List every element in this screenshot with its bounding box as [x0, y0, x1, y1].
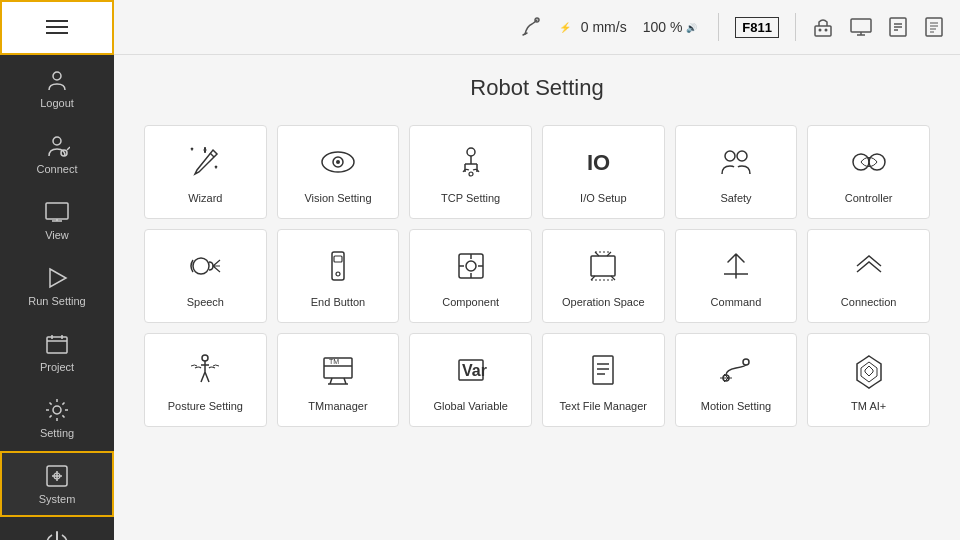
percent-display: 100 % 🔊 — [643, 19, 703, 35]
operation-space-item[interactable]: Operation Space — [542, 229, 665, 323]
svg-point-34 — [466, 261, 476, 271]
sidebar: Logout Connect View — [0, 55, 114, 540]
sidebar-label-system: System — [39, 493, 76, 505]
component-label: Component — [442, 296, 499, 308]
svg-text:TM: TM — [329, 358, 339, 365]
sidebar-item-system[interactable]: System — [0, 451, 114, 517]
svg-point-25 — [725, 151, 735, 161]
sidebar-item-run-setting[interactable]: Run Setting — [0, 253, 114, 319]
tcp-label: TCP Setting — [441, 192, 500, 204]
project-icon — [44, 331, 70, 357]
logout-icon — [44, 67, 70, 93]
sidebar-item-project[interactable]: Project — [0, 319, 114, 385]
topbar: ⚡ 0 mm/s 100 % 🔊 F811 — [0, 0, 960, 55]
sidebar-item-view[interactable]: View — [0, 187, 114, 253]
svg-marker-45 — [861, 362, 877, 382]
svg-point-43 — [743, 359, 749, 365]
safety-icon — [714, 140, 758, 184]
run-setting-icon — [44, 265, 70, 291]
wizard-icon — [183, 140, 227, 184]
sidebar-item-setting[interactable]: Setting — [0, 385, 114, 451]
main-content: Robot Setting Wizard — [114, 55, 960, 540]
svg-point-26 — [737, 151, 747, 161]
operation-space-label: Operation Space — [562, 296, 645, 308]
layout: Logout Connect View — [0, 55, 960, 540]
system-icon — [44, 463, 70, 489]
safety-label: Safety — [720, 192, 751, 204]
robot-arm-icon — [521, 16, 543, 38]
connection-icon — [847, 244, 891, 288]
io-label: I/O Setup — [580, 192, 626, 204]
toolbar-robot-icon[interactable] — [812, 16, 834, 38]
toolbar-monitor-icon[interactable] — [850, 18, 872, 36]
controller-icon — [847, 140, 891, 184]
svg-point-29 — [193, 258, 209, 274]
svg-point-36 — [202, 355, 208, 361]
tmmanager-item[interactable]: TM TMmanager — [277, 333, 400, 427]
command-label: Command — [711, 296, 762, 308]
wizard-label: Wizard — [188, 192, 222, 204]
divider2 — [795, 13, 796, 41]
vision-icon — [316, 140, 360, 184]
end-button-item[interactable]: End Button — [277, 229, 400, 323]
text-file-icon — [581, 348, 625, 392]
svg-rect-14 — [47, 337, 67, 353]
svg-rect-6 — [851, 19, 871, 32]
io-icon: IO — [581, 140, 625, 184]
component-item[interactable]: Component — [409, 229, 532, 323]
divider — [718, 13, 719, 41]
sidebar-item-shutdown[interactable]: Shutdown — [0, 517, 114, 540]
svg-point-9 — [53, 72, 61, 80]
settings-grid: Wizard Vision Setting — [144, 125, 930, 427]
svg-point-5 — [825, 29, 828, 32]
controller-item[interactable]: Controller — [807, 125, 930, 219]
svg-point-32 — [336, 272, 340, 276]
posture-label: Posture Setting — [168, 400, 243, 412]
menu-button[interactable] — [0, 0, 114, 55]
toolbar-doc-icon[interactable] — [924, 17, 944, 37]
tcp-setting-item[interactable]: TCP Setting — [409, 125, 532, 219]
page-title: Robot Setting — [144, 75, 930, 101]
tmai-icon — [847, 348, 891, 392]
wizard-item[interactable]: Wizard — [144, 125, 267, 219]
svg-point-10 — [53, 137, 61, 145]
shutdown-icon — [44, 529, 70, 540]
command-item[interactable]: Command — [675, 229, 798, 323]
sidebar-label-run-setting: Run Setting — [28, 295, 85, 307]
speech-item[interactable]: Speech — [144, 229, 267, 323]
sidebar-label-project: Project — [40, 361, 74, 373]
svg-point-23 — [469, 172, 473, 176]
speech-label: Speech — [187, 296, 224, 308]
badge-display: F811 — [735, 17, 779, 38]
posture-setting-item[interactable]: Posture Setting — [144, 333, 267, 427]
safety-item[interactable]: Safety — [675, 125, 798, 219]
text-file-manager-item[interactable]: Text File Manager — [542, 333, 665, 427]
text-file-label: Text File Manager — [560, 400, 647, 412]
sidebar-label-view: View — [45, 229, 69, 241]
io-setup-item[interactable]: IO I/O Setup — [542, 125, 665, 219]
connection-item[interactable]: Connection — [807, 229, 930, 323]
tmmanager-label: TMmanager — [308, 400, 367, 412]
speech-icon — [183, 244, 227, 288]
svg-text:🔊: 🔊 — [686, 22, 698, 34]
command-icon — [714, 244, 758, 288]
motion-setting-item[interactable]: Motion Setting — [675, 333, 798, 427]
global-variable-item[interactable]: Var Global Variable — [409, 333, 532, 427]
vision-setting-item[interactable]: Vision Setting — [277, 125, 400, 219]
controller-label: Controller — [845, 192, 893, 204]
speed-display: ⚡ 0 mm/s — [559, 19, 627, 35]
svg-rect-35 — [591, 256, 615, 276]
svg-text:⚡: ⚡ — [559, 21, 572, 34]
svg-rect-31 — [334, 256, 342, 262]
svg-rect-3 — [815, 26, 831, 36]
svg-text:Var: Var — [462, 362, 487, 379]
svg-text:IO: IO — [587, 150, 610, 175]
toolbar-info-icon[interactable] — [888, 17, 908, 37]
sidebar-item-connect[interactable]: Connect — [0, 121, 114, 187]
svg-point-15 — [53, 406, 61, 414]
sidebar-item-logout[interactable]: Logout — [0, 55, 114, 121]
tcp-icon — [449, 140, 493, 184]
global-variable-icon: Var — [449, 348, 493, 392]
setting-icon — [44, 397, 70, 423]
tmai-item[interactable]: TM AI+ — [807, 333, 930, 427]
